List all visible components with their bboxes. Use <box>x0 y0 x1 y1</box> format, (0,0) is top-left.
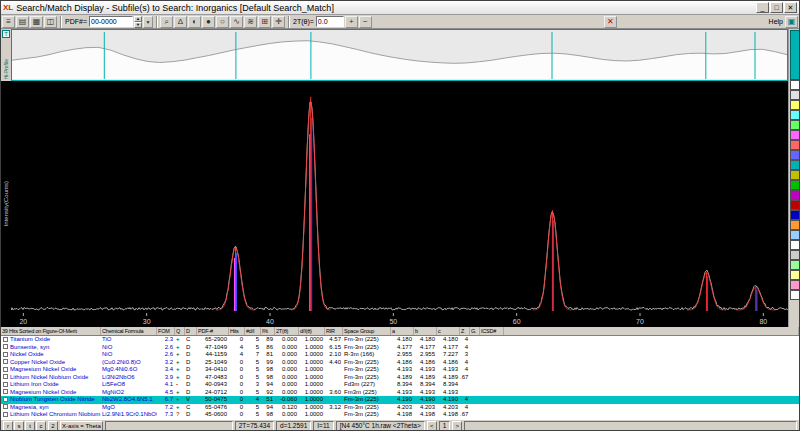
minimize-button[interactable]: _ <box>756 2 769 13</box>
help-menu[interactable]: Help <box>769 18 783 25</box>
search-icon[interactable]: ⌕ <box>160 16 173 28</box>
xaxis-mode-button[interactable]: X-axis = Theta <box>60 421 103 431</box>
pattern-table-icon[interactable]: ▦ <box>30 16 43 28</box>
close-overlay-icon[interactable]: ✕ <box>604 16 617 28</box>
column-header[interactable]: Chemical Formula <box>101 327 157 335</box>
next-scan-button[interactable]: > <box>452 421 462 431</box>
zoom-out-icon[interactable]: − <box>359 16 372 28</box>
row-checkbox[interactable] <box>3 412 8 417</box>
column-header[interactable]: D <box>185 327 197 335</box>
row-checkbox[interactable] <box>3 397 8 402</box>
pin-icon[interactable]: ▣ <box>785 16 798 28</box>
palette-button-13[interactable] <box>790 210 800 220</box>
row-checkbox[interactable] <box>3 344 8 349</box>
column-header[interactable]: FOM <box>157 327 175 335</box>
table-row[interactable]: Lithium Iron OxideLi5FeO84.1-D40-0943039… <box>1 381 799 389</box>
peaks-icon[interactable]: ∿ <box>230 16 243 28</box>
palette-button-5[interactable] <box>790 130 800 140</box>
palette-button-4[interactable] <box>790 120 800 130</box>
palette-button-0[interactable] <box>790 80 800 90</box>
palette-button-14[interactable] <box>790 220 800 230</box>
table-row[interactable]: Bunsenite, synNiO2.6+D47-104945860.0001.… <box>1 344 799 352</box>
column-header[interactable]: Hits <box>229 327 245 335</box>
mode-button-s[interactable]: s <box>14 421 24 431</box>
table-row[interactable]: Copper Nickel Oxide(Cu0.2Ni0.8)O3.2+D25-… <box>1 359 799 367</box>
table-row[interactable]: Titanium OxideTiO2.3+C65-290005890.0001.… <box>1 336 799 344</box>
row-checkbox[interactable] <box>3 359 8 364</box>
column-header[interactable]: ICSD# <box>480 327 504 335</box>
stack-icon[interactable]: ≋ <box>244 16 257 28</box>
palette-button-3[interactable] <box>790 110 800 120</box>
row-checkbox[interactable] <box>3 374 8 379</box>
table-row[interactable]: Nickel OxideNiO2.6+D44-115947810.0001.00… <box>1 351 799 359</box>
palette-button-18[interactable] <box>790 260 800 270</box>
row-checkbox[interactable] <box>3 389 8 394</box>
row-checkbox[interactable] <box>3 352 8 357</box>
palette-button-11[interactable] <box>790 190 800 200</box>
t-marker-icon[interactable]: T <box>2 30 10 38</box>
pdf-dropdown-button[interactable]: ▼ <box>143 16 153 28</box>
column-header[interactable]: Space Group <box>343 327 391 335</box>
table-row[interactable]: Lithium Nickel Chromium Niobium OxideLi2… <box>1 411 799 419</box>
palette-button-19[interactable] <box>790 270 800 280</box>
column-header[interactable]: 2T(θ) <box>275 327 299 335</box>
delta-icon[interactable]: Δ <box>174 16 187 28</box>
crosshair-icon[interactable]: ✛ <box>272 16 285 28</box>
column-header[interactable]: RIR <box>325 327 343 335</box>
table-row[interactable]: Magnesium Nickel OxideMgNiO24.5+D24-0712… <box>1 389 799 397</box>
table-row[interactable]: Lithium Nickel Niobium OxideLi3Ni2NbO63.… <box>1 374 799 382</box>
row-checkbox[interactable] <box>3 337 8 342</box>
two-theta-input[interactable] <box>316 16 344 27</box>
close-button[interactable]: ✕ <box>784 2 797 13</box>
column-header[interactable]: 39 Hits Sorted on Figure-Of-Merit <box>1 327 101 335</box>
grid-icon[interactable]: ⊞ <box>258 16 271 28</box>
column-header[interactable]: d/I(θ) <box>299 327 325 335</box>
pdf-number-input[interactable] <box>89 16 133 27</box>
column-header[interactable]: G. <box>470 327 480 335</box>
overlay-icon[interactable]: ◫ <box>44 16 57 28</box>
palette-button-12[interactable] <box>790 200 800 210</box>
palette-button-15[interactable] <box>790 230 800 240</box>
palette-button-16[interactable] <box>790 240 800 250</box>
empty-circle-icon[interactable]: ○ <box>216 16 229 28</box>
spinner-down-icon[interactable]: ▼ <box>134 22 142 28</box>
pdf-number-stepper[interactable]: ▲ ▼ <box>134 16 142 27</box>
mode-button-t[interactable]: t <box>25 421 35 431</box>
palette-button-8[interactable] <box>790 160 800 170</box>
xrd-pattern-chart[interactable]: 20304050607080 <box>11 81 788 327</box>
count-button[interactable]: 2 <box>48 421 58 431</box>
column-header[interactable]: PDF-# <box>197 327 229 335</box>
zoom-in-icon[interactable]: + <box>345 16 358 28</box>
column-header[interactable]: I% <box>261 327 275 335</box>
maximize-button[interactable]: □ <box>770 2 783 13</box>
palette-button-20[interactable] <box>790 280 800 290</box>
column-header[interactable]: Z <box>460 327 470 335</box>
table-row[interactable]: Niobium Tungsten Oxide NitrideNb2W2.8O4.… <box>1 396 799 404</box>
palette-button-6[interactable] <box>790 140 800 150</box>
column-header[interactable]: a <box>391 327 414 335</box>
row-checkbox[interactable] <box>3 382 8 387</box>
table-row[interactable]: Magnesia, synMgO7.2+C65-047605940.1201.0… <box>1 404 799 412</box>
palette-button-9[interactable] <box>790 170 800 180</box>
row-checkbox[interactable] <box>3 367 8 372</box>
hi-profile-chart[interactable] <box>11 29 788 81</box>
column-header[interactable]: b <box>414 327 437 335</box>
palette-button-2[interactable] <box>790 100 800 110</box>
palette-button-1[interactable] <box>790 90 800 100</box>
column-header[interactable]: #d/I <box>245 327 261 335</box>
mode-button-c[interactable]: c <box>36 421 46 431</box>
column-header[interactable]: c <box>437 327 460 335</box>
table-row[interactable]: Magnesium Nickel OxideMg0.4Ni0.6O3.4+D34… <box>1 366 799 374</box>
palette-button-17[interactable] <box>790 250 800 260</box>
report-icon[interactable]: ▤ <box>16 16 29 28</box>
palette-button-21[interactable] <box>790 290 800 300</box>
palette-button-7[interactable] <box>790 150 800 160</box>
palette-button-10[interactable] <box>790 180 800 190</box>
mode-button-r[interactable]: r <box>3 421 13 431</box>
column-header[interactable]: Q <box>175 327 185 335</box>
row-checkbox[interactable] <box>3 404 8 409</box>
scroll-thumb[interactable] <box>790 30 800 80</box>
filled-circle-icon[interactable]: ● <box>202 16 215 28</box>
contrast-icon[interactable]: ◐ <box>188 16 201 28</box>
menu-icon[interactable]: ≡ <box>2 16 15 28</box>
